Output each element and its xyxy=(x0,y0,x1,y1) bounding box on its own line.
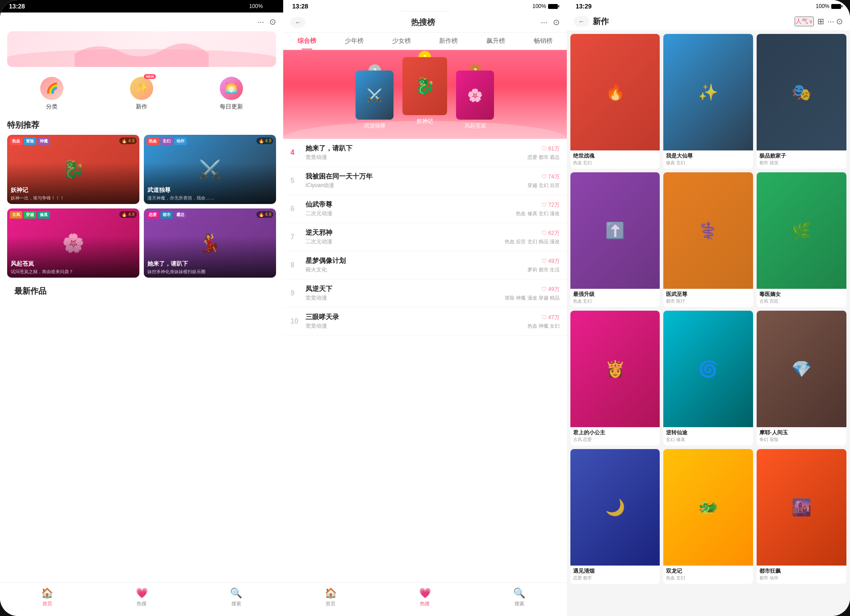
manga-card-2[interactable]: 🎭 极品败家子 都市 搞笑 xyxy=(757,34,846,169)
phone2-nav-icons: ··· ⊙ xyxy=(541,17,560,27)
bottom-home[interactable]: 🏠 首页 xyxy=(41,587,53,607)
podium-rank2[interactable]: 2 ⚔️ 武道独尊 xyxy=(356,71,394,130)
phone3-top-nav: ← 新作 人气 ∨ ⊞ ··· ⊙ xyxy=(567,12,850,30)
card-tag-hot: 热血 xyxy=(10,137,22,145)
hot-item-6[interactable]: 6 仙武帝尊 二次元动漫 ♡ 72万 热血 修真 玄幻 漫改 xyxy=(283,195,566,223)
tab-comprehensive[interactable]: 综合榜 xyxy=(283,33,331,50)
card-rating-3: 🔥 4.9 xyxy=(256,211,274,218)
home-label: 首页 xyxy=(42,600,52,607)
quick-nav-classify[interactable]: 🌈 分类 xyxy=(40,77,63,111)
phone2-back-btn[interactable]: ← xyxy=(290,17,306,28)
hot-source-7: 二次元动漫 xyxy=(306,238,505,246)
manga-info-8: 摩耶·人间玉 奇幻 冒险 xyxy=(757,427,846,445)
p2-bottom-search[interactable]: 🔍 搜索 xyxy=(513,587,525,607)
phone2-status-icons: 100% xyxy=(532,3,558,9)
phone2-dots-btn[interactable]: ··· xyxy=(541,18,548,27)
phone1-dots-btn[interactable]: ··· xyxy=(257,17,264,27)
hot-info-6: 仙武帝尊 二次元动漫 xyxy=(306,200,516,217)
manga-card-1[interactable]: ✨ 我是大仙尊 修真 玄幻 xyxy=(663,34,753,169)
bottom-search[interactable]: 🔍 搜索 xyxy=(230,587,242,607)
hot-tags-10: 热血 神魔 女幻 xyxy=(528,323,560,329)
new-label: 新作 xyxy=(136,103,147,111)
phone1-target-btn[interactable]: ⊙ xyxy=(269,17,276,27)
phone1-latest-title: 最新作品 xyxy=(7,282,276,301)
p2-bottom-home[interactable]: 🏠 首页 xyxy=(325,587,337,607)
manga-card-7[interactable]: 🌀 逆转仙途 玄幻 修真 xyxy=(663,311,753,445)
phone2-hot-list: 4 她来了，请趴下 觉觉动漫 ♡ 81万 恋爱 都市 霸总 5 我被困在同一天十… xyxy=(283,139,566,583)
p2-bottom-hot[interactable]: 💗 热搜 xyxy=(419,587,431,607)
hot-item-4[interactable]: 4 她来了，请趴下 觉觉动漫 ♡ 81万 恋爱 都市 霸总 xyxy=(283,139,566,167)
manga-card-9[interactable]: 🌙 遇见清烟 恋爱 都市 xyxy=(570,449,660,584)
hot-info-8: 星梦偶像计划 籍火文化 xyxy=(306,257,527,274)
manga-card-0[interactable]: 🔥 绝世战魂 热血 玄幻 xyxy=(570,34,660,169)
phone3-target-btn[interactable]: ⊙ xyxy=(836,17,843,26)
tab-boys[interactable]: 少年榜 xyxy=(331,33,378,50)
podium-rank1[interactable]: 1 🐉 妖神记 xyxy=(402,57,447,125)
manga-sub-9: 恋爱 都市 xyxy=(573,575,657,581)
phone1: 13:28 100% ··· ⊙ xyxy=(0,0,283,616)
tab-bestseller[interactable]: 畅销榜 xyxy=(519,33,567,50)
phone1-bottom-nav: 🏠 首页 💗 热搜 🔍 搜索 xyxy=(0,583,283,616)
hot-title-7: 逆天邪神 xyxy=(306,229,505,237)
phone1-latest: 最新作品 xyxy=(0,278,283,304)
phone3-dots-btn[interactable]: ··· xyxy=(828,17,834,26)
phone3-manga-grid: 🔥 绝世战魂 热血 玄幻 ✨ 我是大仙尊 修真 玄幻 xyxy=(567,30,850,616)
p2-hot-label: 热搜 xyxy=(420,600,430,607)
manga-img-7: 🌀 xyxy=(663,311,753,427)
podium-book-rank3: 🌸 xyxy=(456,71,494,120)
quick-nav-new[interactable]: ✨ 新作 xyxy=(130,77,153,111)
phone3-page-title: 新作 xyxy=(593,16,791,27)
phone2-target-btn[interactable]: ⊙ xyxy=(553,17,560,27)
manga-card-3[interactable]: ⬆️ 最强升级 热血 玄幻 xyxy=(570,172,660,307)
recommend-card-2[interactable]: 🌸 古风 穿越 修真 🔥 4.9 风起苍岚 试问苍岚之颠，将由谁来问鼎？ xyxy=(7,208,139,278)
hot-info-7: 逆天邪神 二次元动漫 xyxy=(306,229,505,246)
phone1-nav-icons: ··· ⊙ xyxy=(257,17,276,27)
manga-img-5: 🌿 xyxy=(757,172,846,289)
hot-meta-4: ♡ 81万 恋爱 都市 霸总 xyxy=(528,145,560,161)
phone1-time: 13:28 xyxy=(9,3,25,10)
phone3-grid-toggle[interactable]: ⊞ xyxy=(817,17,824,26)
manga-thumb-1: ✨ xyxy=(663,34,753,150)
hot-tags-4: 恋爱 都市 霸总 xyxy=(528,154,560,161)
phone3-sort-btn[interactable]: 人气 ∨ xyxy=(795,17,814,26)
recommend-card-0[interactable]: 🐉 热血 冒险 神魔 🔥 4.9 妖神记 妖神一出，谁与争锋！！！ xyxy=(7,135,139,204)
manga-card-6[interactable]: 👸 君上的小公主 古风 恋爱 xyxy=(570,311,660,445)
quick-nav-daily[interactable]: 🌅 每日更新 xyxy=(220,77,243,111)
tab-rising[interactable]: 飙升榜 xyxy=(472,33,519,50)
hot-tags-5: 穿越 玄幻 后宫 xyxy=(528,182,560,189)
hot-title-6: 仙武帝尊 xyxy=(306,200,516,209)
rank-num-4: 4 xyxy=(290,149,301,157)
manga-card-10[interactable]: 🐲 双龙记 热血 玄幻 xyxy=(663,449,753,584)
tab-girls[interactable]: 少女榜 xyxy=(378,33,425,50)
podium-img-rank1: 🐉 xyxy=(402,57,447,115)
recommend-card-3[interactable]: 💃 恋爱 都市 霸总 🔥 4.9 她来了，请趴下 妹控杀神化身妹妹横扫娱乐圈 xyxy=(144,208,276,278)
bottom-hot[interactable]: 💗 热搜 xyxy=(136,587,148,607)
manga-card-8[interactable]: 💎 摩耶·人间玉 奇幻 冒险 xyxy=(757,311,846,445)
manga-thumb-4: ⚕️ xyxy=(663,172,753,289)
hot-item-9[interactable]: 9 凤逆天下 觉觉动漫 ♡ 49万 冒险 神魔 漫改 穿越 精品 xyxy=(283,279,566,308)
hot-source-8: 籍火文化 xyxy=(306,266,527,274)
hot-item-10[interactable]: 10 三眼哮天录 觉觉动漫 ♡ 47万 热血 神魔 女幻 xyxy=(283,308,566,336)
phone1-quick-nav: 🌈 分类 ✨ 新作 🌅 每日更新 xyxy=(0,71,283,116)
manga-card-11[interactable]: 🌆 都市狂飙 都市 动作 xyxy=(757,449,846,584)
hot-title-10: 三眼哮天录 xyxy=(306,313,527,321)
phone1-section-title: 特别推荐 xyxy=(0,116,283,135)
phone2-podium: 2 ⚔️ 武道独尊 1 🐉 妖神记 3 xyxy=(283,50,566,139)
hot-item-8[interactable]: 8 星梦偶像计划 籍火文化 ♡ 49万 萝莉 都市 生活 xyxy=(283,251,566,279)
hot-info-5: 我被困在同一天十万年 iCiyuan动漫 xyxy=(306,172,527,189)
tab-new[interactable]: 新作榜 xyxy=(425,33,472,50)
hot-item-5[interactable]: 5 我被困在同一天十万年 iCiyuan动漫 ♡ 74万 穿越 玄幻 后宫 xyxy=(283,167,566,195)
podium-rank3[interactable]: 3 🌸 风起苍岚 xyxy=(456,71,494,130)
phone2-battery-label: 100% xyxy=(532,3,546,9)
phone3-sort-chevron: ∨ xyxy=(809,18,813,25)
classify-icon: 🌈 xyxy=(40,77,63,100)
manga-card-5[interactable]: 🌿 毒医嫡女 古风 宫廷 xyxy=(757,172,846,307)
phone2-bottom-nav: 🏠 首页 💗 热搜 🔍 搜索 xyxy=(283,583,566,616)
recommend-card-1[interactable]: ⚔️ 热血 玄幻 动作 🔥 4.9 武道独尊 漫天神魔，亦无所畏惧，我命…… xyxy=(144,135,276,204)
phone3-back-btn[interactable]: ← xyxy=(574,16,589,27)
manga-img-3: ⬆️ xyxy=(570,172,660,289)
p2-home-label: 首页 xyxy=(326,600,335,607)
hot-item-7[interactable]: 7 逆天邪神 二次元动漫 ♡ 62万 热血 后宫 玄幻 精品 漫改 xyxy=(283,223,566,251)
manga-img-1: ✨ xyxy=(663,34,753,150)
manga-card-4[interactable]: ⚕️ 医武至尊 都市 医疗 xyxy=(663,172,753,307)
